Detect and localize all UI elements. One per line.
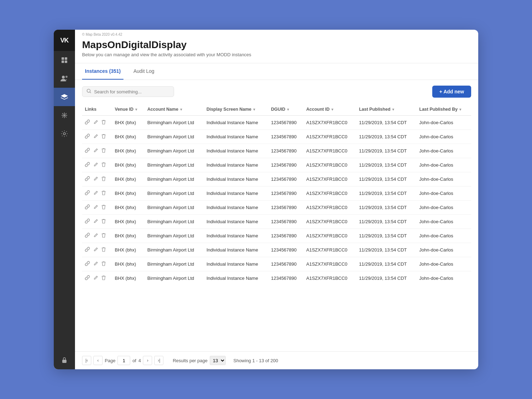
cell-account-5: Birmingham Airport Ltd <box>145 186 204 201</box>
svg-rect-3 <box>65 60 67 63</box>
sort-arrow-account: ▼ <box>179 108 183 111</box>
page-input[interactable] <box>117 356 130 365</box>
results-per-page-select[interactable]: 13 25 50 <box>210 356 226 365</box>
cell-last-published-7: 11/29/2019, 13:54 CDT <box>356 215 416 229</box>
col-venue-id[interactable]: Venue ID▼ <box>112 103 145 116</box>
link-icon-3[interactable] <box>85 162 90 168</box>
link-icon-2[interactable] <box>85 148 90 154</box>
link-icon-10[interactable] <box>85 261 90 267</box>
next-page-button[interactable]: › <box>143 356 152 365</box>
delete-icon-6[interactable] <box>102 204 106 210</box>
of-label: of <box>132 358 136 363</box>
cell-actions-8 <box>82 229 112 243</box>
edit-icon-1[interactable] <box>93 134 98 140</box>
cell-account-id-10: A1SZX7XFR1BCC0 <box>303 257 356 271</box>
col-display-screen-name[interactable]: Display Screen Name▼ <box>204 103 268 116</box>
search-input-wrap[interactable] <box>82 86 174 97</box>
link-icon-11[interactable] <box>85 275 90 281</box>
delete-icon-1[interactable] <box>102 134 106 140</box>
cell-published-by-7: John-doe-Carlos <box>416 215 471 229</box>
tab-audit-log[interactable]: Audit Log <box>131 63 157 80</box>
first-page-button[interactable]: |‹ <box>82 356 91 365</box>
delete-icon-3[interactable] <box>102 162 106 168</box>
sort-arrow-account-id: ▼ <box>331 108 334 111</box>
edit-icon-5[interactable] <box>93 191 98 196</box>
col-last-published-by[interactable]: Last Published By▼ <box>416 103 471 116</box>
sort-arrow-dguid: ▼ <box>287 108 290 111</box>
svg-line-12 <box>62 113 64 115</box>
cell-last-published-5: 11/29/2019, 13:54 CDT <box>356 186 416 201</box>
delete-icon-2[interactable] <box>102 148 106 154</box>
table-row: BHX (bhx) Birmingham Airport Ltd Individ… <box>82 172 471 186</box>
sidebar-logo: VK <box>54 30 75 51</box>
last-page-button[interactable]: ›| <box>154 356 163 365</box>
sidebar-item-network[interactable] <box>54 106 75 125</box>
add-new-button[interactable]: + Add new <box>432 86 471 98</box>
edit-icon-8[interactable] <box>93 233 98 239</box>
cell-display-2: Individual Instance Name <box>204 144 268 158</box>
edit-icon-4[interactable] <box>93 177 98 182</box>
edit-icon-6[interactable] <box>93 205 98 210</box>
col-account-id[interactable]: Account ID▼ <box>303 103 356 116</box>
sidebar-item-dashboard[interactable] <box>54 51 75 69</box>
table-row: BHX (bhx) Birmingham Airport Ltd Individ… <box>82 257 471 271</box>
svg-rect-0 <box>62 57 64 60</box>
sidebar-item-settings[interactable] <box>54 125 75 143</box>
link-icon-8[interactable] <box>85 233 90 239</box>
sidebar-item-users[interactable] <box>54 69 75 88</box>
edit-icon-7[interactable] <box>93 219 98 225</box>
link-icon-7[interactable] <box>85 219 90 225</box>
cell-dguid-3: 1234567890 <box>268 158 303 172</box>
edit-icon-0[interactable] <box>93 120 98 126</box>
cell-account-id-6: A1SZX7XFR1BCC0 <box>303 201 356 215</box>
cell-account-id-2: A1SZX7XFR1BCC0 <box>303 144 356 158</box>
delete-icon-4[interactable] <box>102 176 106 182</box>
cell-published-by-5: John-doe-Carlos <box>416 186 471 201</box>
cell-last-published-1: 11/29/2019, 13:54 CDT <box>356 130 416 144</box>
delete-icon-5[interactable] <box>102 190 106 196</box>
delete-icon-0[interactable] <box>102 120 106 126</box>
link-icon-5[interactable] <box>85 190 90 196</box>
delete-icon-7[interactable] <box>102 219 106 225</box>
col-dguid[interactable]: DGUID▼ <box>268 103 303 116</box>
svg-point-5 <box>65 76 68 78</box>
edit-icon-3[interactable] <box>93 162 98 168</box>
link-icon-4[interactable] <box>85 176 90 182</box>
delete-icon-10[interactable] <box>102 261 106 267</box>
sort-arrow-display: ▼ <box>253 108 256 111</box>
cell-actions-9 <box>82 243 112 257</box>
cell-account-4: Birmingham Airport Ltd <box>145 172 204 186</box>
table-row: BHX (bhx) Birmingham Airport Ltd Individ… <box>82 158 471 172</box>
link-icon-6[interactable] <box>85 204 90 210</box>
edit-icon-10[interactable] <box>93 261 98 267</box>
search-input[interactable] <box>94 89 169 94</box>
link-icon-1[interactable] <box>85 134 90 140</box>
cell-last-published-0: 11/29/2019, 13:54 CDT <box>356 116 416 130</box>
cell-last-published-11: 11/29/2019, 13:54 CDT <box>356 271 416 285</box>
cell-display-11: Individual Instance Name <box>204 271 268 285</box>
cell-last-published-6: 11/29/2019, 13:54 CDT <box>356 201 416 215</box>
cell-published-by-0: John-doe-Carlos <box>416 116 471 130</box>
cell-last-published-2: 11/29/2019, 13:54 CDT <box>356 144 416 158</box>
col-account-name[interactable]: Account Name▼ <box>145 103 204 116</box>
cell-account-0: Birmingham Airport Ltd <box>145 116 204 130</box>
svg-point-7 <box>64 115 65 116</box>
col-last-published[interactable]: Last Published▼ <box>356 103 416 116</box>
cell-display-5: Individual Instance Name <box>204 186 268 201</box>
delete-icon-8[interactable] <box>102 233 106 239</box>
link-icon-0[interactable] <box>85 120 90 126</box>
edit-icon-9[interactable] <box>93 247 98 253</box>
sidebar-item-instances[interactable] <box>54 88 75 106</box>
prev-page-button[interactable]: ‹ <box>93 356 103 365</box>
cell-dguid-1: 1234567890 <box>268 130 303 144</box>
cell-account-id-3: A1SZX7XFR1BCC0 <box>303 158 356 172</box>
link-icon-9[interactable] <box>85 247 90 253</box>
edit-icon-11[interactable] <box>93 276 98 281</box>
cell-actions-10 <box>82 257 112 271</box>
delete-icon-9[interactable] <box>102 247 106 253</box>
tabs-bar: Instances (351) Audit Log <box>75 63 478 80</box>
tab-instances[interactable]: Instances (351) <box>82 63 123 80</box>
delete-icon-11[interactable] <box>102 275 106 281</box>
showing-label: Showing 1 - 13 of 200 <box>233 358 278 363</box>
edit-icon-2[interactable] <box>93 148 98 154</box>
